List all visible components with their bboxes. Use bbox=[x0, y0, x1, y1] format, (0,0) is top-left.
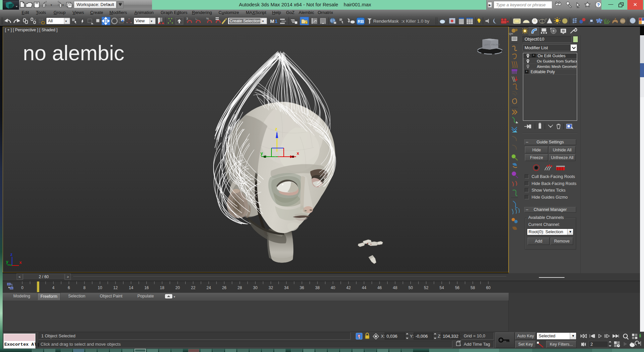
svg-text:0: 0 bbox=[21, 285, 24, 290]
svg-text:50: 50 bbox=[408, 285, 413, 290]
svg-text:▾: ▾ bbox=[174, 295, 175, 298]
svg-text:x: x bbox=[19, 260, 22, 265]
svg-text:x: x bbox=[297, 151, 299, 156]
svg-text:20: 20 bbox=[175, 285, 180, 290]
svg-text:40: 40 bbox=[331, 285, 335, 290]
svg-text:34: 34 bbox=[284, 285, 289, 290]
svg-text:▾: ▾ bbox=[151, 19, 152, 23]
svg-text:All: All bbox=[48, 18, 53, 23]
svg-text:52: 52 bbox=[424, 285, 429, 290]
svg-text:22: 22 bbox=[191, 285, 196, 290]
svg-text:10: 10 bbox=[98, 285, 102, 290]
svg-text:14: 14 bbox=[129, 285, 133, 290]
svg-text:3: 3 bbox=[186, 17, 188, 20]
svg-text:no alembic: no alembic bbox=[23, 41, 124, 65]
svg-text:LEFT: LEFT bbox=[484, 43, 490, 46]
svg-text:24: 24 bbox=[207, 285, 211, 290]
svg-text:4: 4 bbox=[52, 285, 55, 290]
svg-text:y: y bbox=[6, 259, 9, 264]
svg-text:60: 60 bbox=[486, 285, 491, 290]
svg-text:View: View bbox=[135, 18, 145, 23]
svg-text:∟: ∟ bbox=[195, 17, 198, 20]
svg-text:30: 30 bbox=[253, 285, 258, 290]
svg-text:*: * bbox=[35, 18, 36, 21]
svg-text:FRONT: FRONT bbox=[491, 43, 500, 46]
svg-text:Y:: Y: bbox=[410, 334, 414, 339]
svg-text:36: 36 bbox=[300, 285, 304, 290]
svg-text:8: 8 bbox=[83, 285, 85, 290]
svg-text:58: 58 bbox=[471, 285, 475, 290]
svg-text:▾: ▾ bbox=[62, 3, 64, 7]
svg-text:44: 44 bbox=[362, 285, 367, 290]
svg-text:▾: ▾ bbox=[51, 3, 52, 7]
svg-text:QH: QH bbox=[509, 32, 513, 35]
svg-text:▾: ▾ bbox=[65, 19, 67, 23]
svg-text::x Killer 1.0 by: :x Killer 1.0 by bbox=[401, 19, 429, 24]
svg-text:12: 12 bbox=[113, 285, 118, 290]
svg-text:6: 6 bbox=[68, 285, 70, 290]
svg-text:28: 28 bbox=[238, 285, 242, 290]
svg-text:[ + ] [ Perspective ] [ Shaded: [ + ] [ Perspective ] [ Shaded ] bbox=[5, 28, 58, 32]
svg-text:54: 54 bbox=[439, 285, 444, 290]
svg-text:RB: RB bbox=[358, 19, 364, 24]
svg-text:1: 1 bbox=[275, 18, 277, 24]
svg-text:56: 56 bbox=[455, 285, 460, 290]
svg-text:y: y bbox=[260, 151, 263, 156]
svg-text:?: ? bbox=[597, 2, 600, 7]
svg-text:38: 38 bbox=[315, 285, 320, 290]
svg-text:42: 42 bbox=[346, 285, 351, 290]
svg-text:RenderMask: RenderMask bbox=[373, 19, 399, 24]
svg-text:48: 48 bbox=[393, 285, 398, 290]
svg-text:104,332: 104,332 bbox=[443, 334, 458, 339]
svg-text:46: 46 bbox=[377, 285, 382, 290]
svg-text:-0,006: -0,006 bbox=[415, 334, 428, 339]
svg-text:▾: ▾ bbox=[262, 19, 264, 23]
svg-text:2: 2 bbox=[590, 342, 593, 347]
svg-text:X:: X: bbox=[381, 334, 385, 339]
svg-text:26: 26 bbox=[222, 285, 227, 290]
svg-text:M: M bbox=[270, 18, 274, 24]
svg-text:32: 32 bbox=[269, 285, 273, 290]
svg-text:z: z bbox=[275, 126, 277, 131]
svg-text:18: 18 bbox=[160, 285, 165, 290]
svg-text:%: % bbox=[206, 17, 209, 20]
svg-text:0,036: 0,036 bbox=[387, 334, 398, 339]
svg-text:16: 16 bbox=[144, 285, 149, 290]
svg-text:z: z bbox=[10, 252, 13, 257]
